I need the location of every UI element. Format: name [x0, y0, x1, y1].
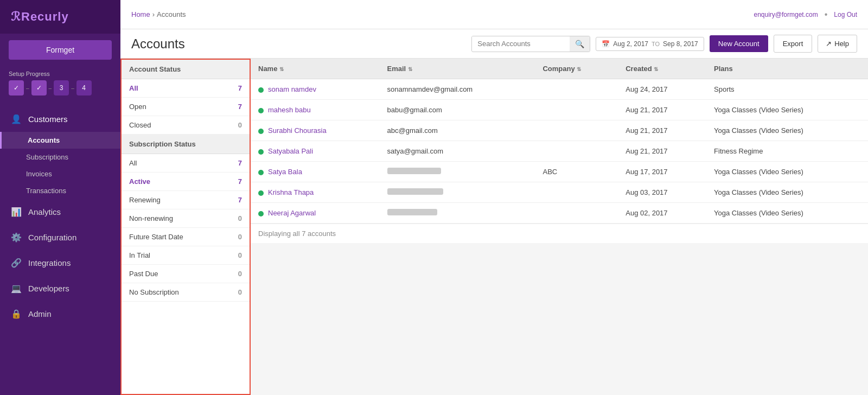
filter-sub-all-count: 7 — [238, 159, 242, 167]
filter-sub-active-label: Active — [129, 177, 150, 186]
filter-sub-no-subscription-count: 0 — [238, 288, 242, 296]
cell-email: babu@gmail.com — [380, 100, 535, 120]
topbar-right: enquiry@formget.com • Log Out — [754, 10, 857, 20]
date-to: Sep 8, 2017 — [663, 40, 698, 48]
filter-sub-renewing-label: Renewing — [129, 196, 161, 204]
filter-open-count: 7 — [238, 103, 242, 111]
filter-sub-non-renewing-label: Non-renewing — [129, 214, 173, 222]
filter-all-accounts[interactable]: All 7 — [122, 79, 250, 98]
left-panel: Account Status All 7 Open 7 Closed 0 Sub… — [120, 59, 251, 395]
account-name[interactable]: Surabhi Chourasia — [268, 126, 327, 135]
sidebar-item-customers-label: Customers — [28, 114, 68, 124]
cell-company — [535, 182, 618, 203]
col-company[interactable]: Company ⇅ — [535, 59, 618, 79]
account-name[interactable]: sonam namdev — [268, 85, 316, 93]
table-row[interactable]: Surabhi Chourasiaabc@gmail.comAug 21, 20… — [251, 120, 868, 141]
date-to-label: TO — [652, 41, 660, 47]
page-header-actions: 🔍 📅 Aug 2, 2017 TO Sep 8, 2017 New Accou… — [471, 35, 857, 53]
cell-plans: Yoga Classes (Video Series) — [706, 100, 868, 120]
sidebar-item-analytics-label: Analytics — [28, 207, 61, 216]
filter-open[interactable]: Open 7 — [122, 98, 250, 116]
filter-sub-non-renewing[interactable]: Non-renewing 0 — [122, 209, 250, 228]
table-row[interactable]: Krishna Thapa Aug 03, 2017Yoga Classes (… — [251, 182, 868, 203]
account-name[interactable]: Satya Bala — [268, 168, 302, 176]
table-row[interactable]: sonam namdevsonamnamdev@gmail.comAug 24,… — [251, 79, 868, 100]
cell-name: sonam namdev — [251, 79, 380, 100]
logout-link[interactable]: Log Out — [834, 11, 857, 18]
sidebar-sub-item-accounts[interactable]: Accounts — [0, 132, 120, 149]
search-input[interactable] — [472, 36, 570, 51]
cell-plans: Yoga Classes (Video Series) — [706, 162, 868, 182]
cell-email: satya@gmail.com — [380, 141, 535, 162]
breadcrumb-sep: › — [152, 10, 155, 18]
col-created[interactable]: Created ⇅ — [618, 59, 706, 79]
analytics-icon: 📊 — [11, 207, 22, 217]
account-name[interactable]: Krishna Thapa — [268, 188, 314, 196]
page-header: Accounts 🔍 📅 Aug 2, 2017 TO Sep 8, 2017 … — [120, 29, 868, 59]
filter-sub-active[interactable]: Active 7 — [122, 173, 250, 191]
sidebar-item-admin[interactable]: 🔒 Admin — [0, 301, 120, 327]
breadcrumb-home[interactable]: Home — [131, 10, 150, 18]
new-account-button[interactable]: New Account — [710, 35, 768, 52]
filter-sub-future-count: 0 — [238, 233, 242, 241]
sidebar-item-admin-label: Admin — [28, 309, 52, 318]
cell-created: Aug 17, 2017 — [618, 162, 706, 182]
filter-sub-renewing-count: 7 — [238, 196, 242, 204]
export-button[interactable]: Export — [774, 35, 813, 53]
cell-company — [535, 100, 618, 120]
account-name[interactable]: Satyabala Pali — [268, 147, 313, 155]
sidebar-sub-item-invoices[interactable]: Invoices — [0, 165, 120, 182]
blurred-email — [387, 168, 441, 174]
table-header-row: Name ⇅ Email ⇅ Company ⇅ Created ⇅ Plans — [251, 59, 868, 79]
filter-sub-trial-count: 0 — [238, 251, 242, 259]
cell-email — [380, 182, 535, 203]
col-name[interactable]: Name ⇅ — [251, 59, 380, 79]
date-from: Aug 2, 2017 — [613, 40, 648, 48]
table-row[interactable]: mahesh babubabu@gmail.comAug 21, 2017Yog… — [251, 100, 868, 120]
col-email[interactable]: Email ⇅ — [380, 59, 535, 79]
cell-email — [380, 162, 535, 182]
table-row[interactable]: Neeraj Agarwal Aug 02, 2017Yoga Classes … — [251, 203, 868, 224]
filter-sub-no-subscription[interactable]: No Subscription 0 — [122, 283, 250, 302]
table-row[interactable]: Satyabala Palisatya@gmail.comAug 21, 201… — [251, 141, 868, 162]
search-box: 🔍 — [471, 36, 590, 52]
date-range[interactable]: 📅 Aug 2, 2017 TO Sep 8, 2017 — [596, 37, 704, 51]
filter-closed[interactable]: Closed 0 — [122, 116, 250, 135]
sidebar-item-integrations-label: Integrations — [28, 258, 71, 267]
accounts-table: Name ⇅ Email ⇅ Company ⇅ Created ⇅ Plans… — [251, 59, 868, 224]
sidebar-sub-item-transactions[interactable]: Transactions — [0, 182, 120, 199]
sidebar-sub-item-subscriptions[interactable]: Subscriptions — [0, 149, 120, 165]
search-button[interactable]: 🔍 — [570, 36, 590, 52]
org-button[interactable]: Formget — [9, 40, 112, 60]
account-name[interactable]: Neeraj Agarwal — [268, 209, 316, 217]
developers-icon: 💻 — [11, 283, 22, 294]
filter-all-count: 7 — [238, 84, 242, 92]
account-status-header: Account Status — [122, 60, 250, 79]
cell-created: Aug 03, 2017 — [618, 182, 706, 203]
filter-sub-trial[interactable]: In Trial 0 — [122, 246, 250, 265]
cell-created: Aug 21, 2017 — [618, 120, 706, 141]
filter-sub-future[interactable]: Future Start Date 0 — [122, 228, 250, 246]
sidebar-item-integrations[interactable]: 🔗 Integrations — [0, 250, 120, 276]
sidebar-item-customers[interactable]: 👤 Customers — [0, 106, 120, 132]
sidebar-item-configuration[interactable]: ⚙️ Configuration — [0, 225, 120, 250]
status-dot — [258, 170, 264, 175]
status-dot — [258, 190, 264, 196]
filter-sub-past-due[interactable]: Past Due 0 — [122, 265, 250, 283]
breadcrumb-accounts: Accounts — [157, 10, 186, 18]
blurred-email — [387, 188, 443, 195]
filter-sub-all[interactable]: All 7 — [122, 154, 250, 173]
sidebar-item-developers[interactable]: 💻 Developers — [0, 276, 120, 301]
help-button[interactable]: ↗ Help — [818, 35, 857, 53]
table-row[interactable]: Satya Bala ABCAug 17, 2017Yoga Classes (… — [251, 162, 868, 182]
cell-created: Aug 24, 2017 — [618, 79, 706, 100]
filter-sub-renewing[interactable]: Renewing 7 — [122, 191, 250, 209]
status-dot — [258, 149, 264, 155]
cell-email: abc@gmail.com — [380, 120, 535, 141]
cell-plans: Yoga Classes (Video Series) — [706, 203, 868, 224]
sidebar-item-analytics[interactable]: 📊 Analytics — [0, 199, 120, 225]
calendar-icon: 📅 — [602, 40, 610, 48]
filter-sub-trial-label: In Trial — [129, 251, 150, 259]
account-name[interactable]: mahesh babu — [268, 106, 311, 114]
setup-progress: Setup Progress ✓ – ✓ – 3 – 4 — [0, 66, 120, 100]
